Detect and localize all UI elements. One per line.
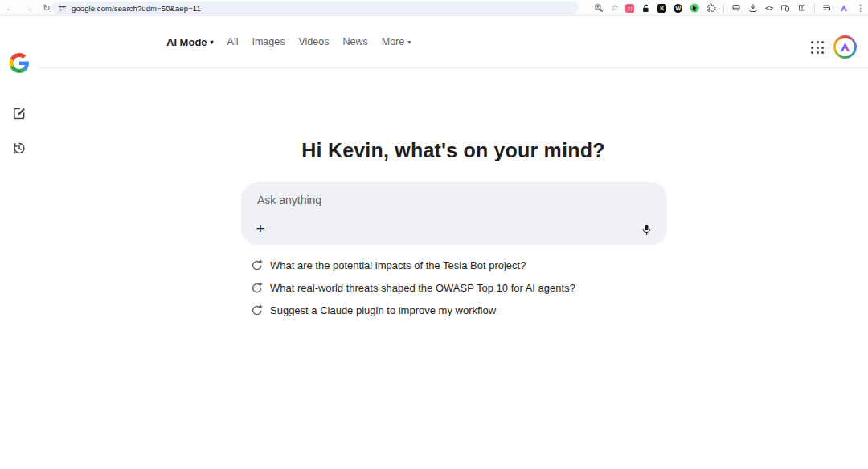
suggestion-list: What are the potential impacts of the Te…	[251, 259, 575, 316]
toolbar-separator	[814, 4, 815, 12]
account-avatar[interactable]	[833, 35, 857, 59]
ai-mode-icon	[251, 282, 263, 294]
media-list-icon[interactable]	[822, 3, 832, 13]
search-tabs: AI Mode ▾ All Images Videos News More ▾	[166, 16, 411, 67]
browser-menu-icon[interactable]: ⋮	[856, 4, 865, 13]
chevron-down-icon: ▾	[211, 39, 214, 46]
car-extension-icon[interactable]	[731, 3, 741, 13]
header-divider	[39, 67, 868, 68]
tab-images[interactable]: Images	[252, 36, 285, 47]
devtools-code-icon[interactable]: <>	[765, 5, 773, 12]
address-bar[interactable]: google.com/search?udm=50&aep=11	[51, 2, 579, 14]
tab-videos[interactable]: Videos	[298, 36, 329, 47]
search-input[interactable]	[257, 190, 595, 210]
suggestion-text: Suggest a Claude plugin to improve my wo…	[270, 304, 496, 316]
ai-mode-icon	[251, 304, 263, 316]
suggestion-item[interactable]: What real-world threats shaped the OWASP…	[251, 282, 575, 294]
reading-list-icon[interactable]	[797, 3, 807, 13]
avatar-logo	[836, 38, 854, 56]
google-logo[interactable]	[10, 53, 30, 73]
keeper-extension-badge[interactable]: K	[657, 4, 666, 13]
browser-toolbar: ← → ↻ google.com/search?udm=50&aep=11 ☆ …	[0, 0, 868, 16]
pink-extension-icon[interactable]: ∷	[625, 4, 634, 13]
page-title: Hi Kevin, what's on your mind?	[39, 139, 868, 162]
ask-anything-box[interactable]: +	[241, 182, 667, 245]
microphone-icon[interactable]	[637, 220, 655, 238]
tab-label: Videos	[298, 36, 329, 47]
suggestion-item[interactable]: What are the potential impacts of the Te…	[251, 259, 575, 271]
extensions-cluster: ☆ ∷ K W <>	[595, 0, 865, 16]
suggestion-text: What real-world threats shaped the OWASP…	[270, 282, 575, 294]
suggestion-item[interactable]: Suggest a Claude plugin to improve my wo…	[251, 304, 575, 316]
suggestion-text: What are the potential impacts of the Te…	[270, 259, 526, 271]
new-chat-icon[interactable]	[12, 106, 27, 121]
tab-label: Images	[252, 36, 285, 47]
triangle-a-extension-icon[interactable]	[839, 3, 849, 13]
attach-plus-icon[interactable]: +	[251, 219, 270, 239]
back-icon[interactable]: ←	[2, 0, 17, 16]
device-toolbar-icon[interactable]	[780, 3, 790, 13]
wikipedia-extension-badge[interactable]: W	[674, 4, 682, 13]
forward-icon[interactable]: →	[21, 0, 35, 16]
ai-mode-icon	[251, 259, 263, 271]
translate-icon[interactable]	[595, 4, 604, 13]
unlock-extension-icon[interactable]	[641, 4, 650, 13]
extensions-puzzle-icon[interactable]	[706, 3, 716, 13]
tab-label: AI Mode	[166, 36, 207, 48]
sidebar	[0, 16, 39, 469]
tab-ai-mode[interactable]: AI Mode ▾	[166, 36, 214, 48]
tab-more[interactable]: More ▾	[382, 36, 411, 47]
chevron-down-icon: ▾	[407, 39, 411, 46]
cursor-extension-icon[interactable]	[690, 3, 699, 13]
bookmark-star-icon[interactable]: ☆	[611, 4, 618, 12]
tab-label: More	[382, 36, 404, 47]
history-icon[interactable]	[12, 141, 27, 156]
google-apps-icon[interactable]	[811, 41, 825, 55]
downloads-icon[interactable]	[748, 3, 758, 13]
tab-news[interactable]: News	[342, 36, 367, 47]
toolbar-separator	[723, 4, 724, 12]
tab-label: All	[227, 36, 239, 47]
site-settings-icon[interactable]	[58, 4, 67, 13]
url-text: google.com/search?udm=50&aep=11	[72, 4, 201, 13]
tab-label: News	[342, 36, 367, 47]
tab-all[interactable]: All	[227, 36, 239, 47]
